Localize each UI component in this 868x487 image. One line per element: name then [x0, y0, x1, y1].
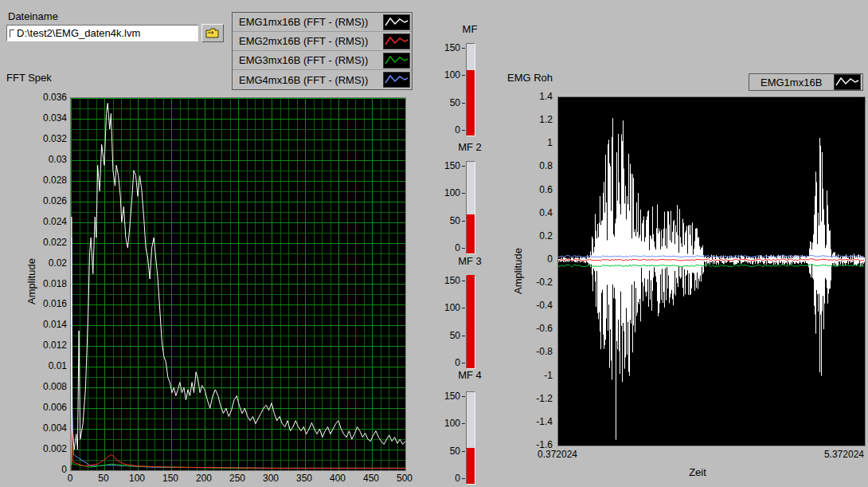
mf-scale-label: 0 [434, 357, 460, 368]
fft-legend-item[interactable]: EMG2mx16B (FFT - (RMS)) [233, 32, 412, 51]
mf-scale-label: 50 [434, 215, 460, 226]
mf-scale-tick [462, 48, 465, 49]
fft-y-tick-label: 0.024 [37, 216, 67, 227]
fft-y-tick-label: 0.002 [37, 443, 67, 454]
mf-meter-fill [467, 275, 475, 368]
emg-legend-sample [834, 74, 861, 90]
emg-y-axis-label: Amplitude [512, 243, 523, 299]
fft-chart-title: FFT Spek [6, 72, 52, 84]
mf-scale-tick [462, 451, 465, 452]
plot-line-sample-icon [384, 15, 409, 29]
mf-scale-label: 150 [434, 42, 460, 53]
mf-meter: MF 3150100500 [434, 255, 480, 379]
mf-meter-label: MF [448, 23, 492, 35]
fft-legend-item[interactable]: EMG4mx16B (FFT - (RMS)) [233, 70, 412, 89]
fft-x-tick-label: 350 [288, 473, 320, 484]
fft-y-tick-label: 0.018 [37, 278, 67, 289]
fft-x-tick-label: 450 [355, 473, 387, 484]
mf-meter-fill [467, 214, 475, 253]
mf-scale-tick [462, 103, 465, 104]
mf-meter: MF 4150100500 [434, 369, 480, 487]
fft-x-tick-label: 100 [121, 473, 153, 484]
fft-y-axis-label: Amplitude [25, 253, 37, 309]
emg-y-tick-label: -0.2 [518, 277, 553, 288]
plot-line-sample-icon [384, 34, 409, 49]
plot-line-sample-icon [384, 73, 409, 87]
mf-scale-tick [462, 396, 465, 397]
mf-scale-label: 100 [434, 302, 460, 313]
emg-y-tick-label: -0.8 [518, 346, 553, 357]
file-label: Dateiname [8, 10, 58, 22]
mf-scale-label: 100 [434, 69, 460, 81]
fft-legend-sample [383, 53, 410, 69]
fft-x-tick-label: 150 [154, 473, 186, 484]
path-type-glyph [10, 29, 14, 37]
fft-y-tick-label: 0.028 [37, 175, 67, 186]
fft-y-tick-label: 0.034 [37, 112, 67, 124]
emg-chart-title: EMG Roh [507, 72, 553, 84]
mf-scale-tick [462, 221, 465, 222]
emg-y-tick-label: -0.4 [518, 300, 553, 311]
fft-x-tick-label: 50 [88, 473, 119, 484]
mf-scale-tick [462, 336, 465, 336]
file-path-input[interactable]: D:\test2\EMG_daten4k.lvm [6, 25, 198, 41]
fft-plot-area [70, 97, 406, 471]
mf-scale-label: 150 [434, 275, 460, 286]
emg-x-tick-label: 5.372024 [800, 449, 864, 460]
fft-y-tick-label: 0.01 [37, 360, 67, 371]
fft-y-tick-label: 0.036 [37, 92, 67, 103]
emg-y-tick-label: -1.4 [518, 416, 553, 427]
mf-scale-label: 50 [434, 97, 460, 108]
mf-scale-tick [462, 193, 465, 194]
mf-scale-tick [462, 478, 465, 479]
fft-legend-sample [383, 14, 410, 30]
fft-y-tick-label: 0.008 [37, 381, 67, 392]
emg-y-tick-label: -1 [518, 370, 553, 381]
fft-legend-item-label: EMG4mx16B (FFT - (RMS)) [233, 74, 383, 86]
fft-x-tick-label: 300 [255, 473, 287, 484]
folder-open-icon [205, 28, 220, 38]
emg-y-tick-label: 0.2 [518, 230, 553, 242]
mf-scale-label: 150 [434, 160, 460, 171]
fft-y-tick-label: 0.03 [37, 154, 67, 165]
fft-legend-item-label: EMG3mx16B (FFT - (RMS)) [233, 54, 383, 66]
fft-y-tick-label: 0.022 [37, 237, 67, 248]
fft-y-tick-label: 0.006 [37, 402, 67, 413]
mf-scale-tick [462, 130, 465, 131]
emg-legend: EMG1mx16B [749, 73, 863, 91]
mf-meter-tube [466, 43, 475, 136]
mf-meter-label: MF 2 [448, 141, 492, 153]
mf-scale-label: 100 [434, 187, 460, 198]
mf-meter-label: MF 4 [448, 369, 492, 381]
file-path-value: D:\test2\EMG_daten4k.lvm [17, 27, 140, 39]
mf-meter-tube [466, 391, 475, 485]
fft-x-tick-label: 250 [221, 473, 253, 484]
mf-scale-tick [462, 281, 465, 281]
emg-y-tick-label: -0.6 [518, 323, 553, 334]
mf-scale-label: 100 [434, 418, 460, 429]
mf-meter-fill [467, 448, 475, 484]
browse-button[interactable] [201, 24, 224, 42]
mf-scale-tick [462, 166, 465, 167]
fft-x-tick-label: 500 [389, 473, 420, 484]
mf-scale-tick [462, 248, 465, 249]
mf-meter-label: MF 3 [448, 255, 492, 267]
mf-scale-label: 150 [434, 391, 460, 402]
mf-meter-fill [467, 70, 475, 135]
mf-scale-tick [462, 75, 465, 76]
fft-x-tick-label: 0 [54, 473, 86, 484]
fft-y-tick-label: 0.012 [37, 340, 67, 351]
emg-y-tick-label: 0.8 [518, 160, 553, 171]
emg-y-tick-label: 0.4 [518, 207, 553, 218]
mf-meter-tube [466, 161, 475, 254]
fft-y-tick-label: 0.02 [37, 257, 67, 269]
mf-meter-tube [466, 276, 475, 369]
fft-legend-item[interactable]: EMG3mx16B (FFT - (RMS)) [233, 51, 412, 70]
fft-y-tick-label: 0.016 [37, 298, 67, 309]
mf-scale-label: 0 [434, 242, 460, 253]
fft-y-tick-label: 0.026 [37, 195, 67, 206]
fft-legend-item[interactable]: EMG1mx16B (FFT - (RMS)) [233, 13, 412, 32]
fft-legend-sample [383, 33, 410, 49]
fft-x-tick-label: 400 [322, 473, 354, 484]
mf-meter: MF150100500 [434, 23, 480, 146]
